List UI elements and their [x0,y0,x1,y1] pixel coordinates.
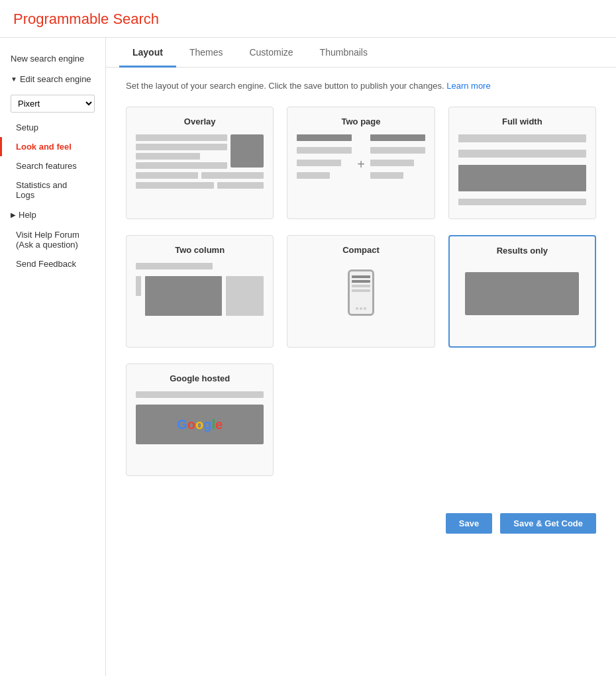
layout-card-overlay[interactable]: Overlay [126,107,274,219]
full-width-preview [458,134,586,209]
two-column-title: Two column [136,245,264,255]
sidebar-item-new-search[interactable]: New search engine [0,48,105,69]
layout-card-full-width[interactable]: Full width [448,107,596,219]
tab-thumbnails[interactable]: Thumbnails [307,38,381,68]
layout-card-results-only[interactable]: Results only [448,235,596,348]
phone-icon [348,269,374,316]
description-row: Set the layout of your search engine. Cl… [126,81,596,91]
layout-card-google-hosted[interactable]: Google hosted Google [126,363,274,476]
sidebar-sub-items: Setup Look and feel Search features Stat… [0,118,105,205]
app-title: Programmable Search [13,11,159,27]
two-page-title: Two page [297,117,425,126]
google-logo: Google [177,417,223,432]
sidebar-section-edit[interactable]: ▼ Edit search engine [0,69,105,89]
compact-preview [297,263,425,322]
overlay-title: Overlay [136,117,264,126]
save-get-code-button[interactable]: Save & Get Code [500,513,596,534]
layout-card-compact[interactable]: Compact [287,235,435,348]
two-page-preview: + [297,134,425,194]
help-arrow-icon: ▶ [11,211,16,218]
google-logo-area: Google [136,405,264,444]
sidebar-item-setup[interactable]: Setup [0,118,105,137]
tab-layout[interactable]: Layout [119,38,176,68]
results-block [465,272,579,315]
two-column-preview [136,263,264,316]
description-text: Set the layout of your search engine. Cl… [126,81,444,91]
full-width-title: Full width [458,117,586,126]
sidebar-item-look-and-feel[interactable]: Look and feel [0,137,105,156]
main-layout: New search engine ▼ Edit search engine P… [0,38,616,676]
results-only-title: Results only [459,246,586,256]
layout-grid-top: Overlay [126,107,596,219]
google-hosted-preview: Google [136,391,264,444]
content-body: Set the layout of your search engine. Cl… [106,68,616,567]
layout-card-two-column[interactable]: Two column [126,235,274,348]
layout-card-two-page[interactable]: Two page + [287,107,435,219]
sidebar-item-help[interactable]: ▶ Help [0,205,105,225]
sidebar-item-visit-help[interactable]: Visit Help Forum(Ask a question) [0,225,105,254]
tab-customize[interactable]: Customize [236,38,306,68]
results-only-preview [459,264,586,323]
google-hosted-title: Google hosted [136,373,264,383]
layout-grid-middle: Two column Compact [126,235,596,348]
action-buttons: Save Save & Get Code [126,503,596,554]
app-header: Programmable Search [0,0,616,38]
tab-themes[interactable]: Themes [176,38,236,68]
layout-grid-bottom: Google hosted Google [126,363,596,476]
overlay-preview [136,134,264,189]
search-engine-select[interactable]: Pixert [11,95,95,113]
sidebar-item-search-features[interactable]: Search features [0,156,105,175]
sidebar-item-send-feedback[interactable]: Send Feedback [0,254,105,273]
save-button[interactable]: Save [446,513,492,534]
sidebar: New search engine ▼ Edit search engine P… [0,38,106,676]
compact-title: Compact [297,245,425,255]
search-engine-dropdown[interactable]: Pixert [11,95,95,113]
tabs-bar: Layout Themes Customize Thumbnails [106,38,616,68]
learn-more-link[interactable]: Learn more [446,81,490,91]
edit-arrow-icon: ▼ [11,75,17,83]
content-area: Layout Themes Customize Thumbnails Set t… [106,38,616,676]
sidebar-item-statistics-and-logs[interactable]: Statistics andLogs [0,175,105,205]
plus-icon: + [357,157,365,172]
